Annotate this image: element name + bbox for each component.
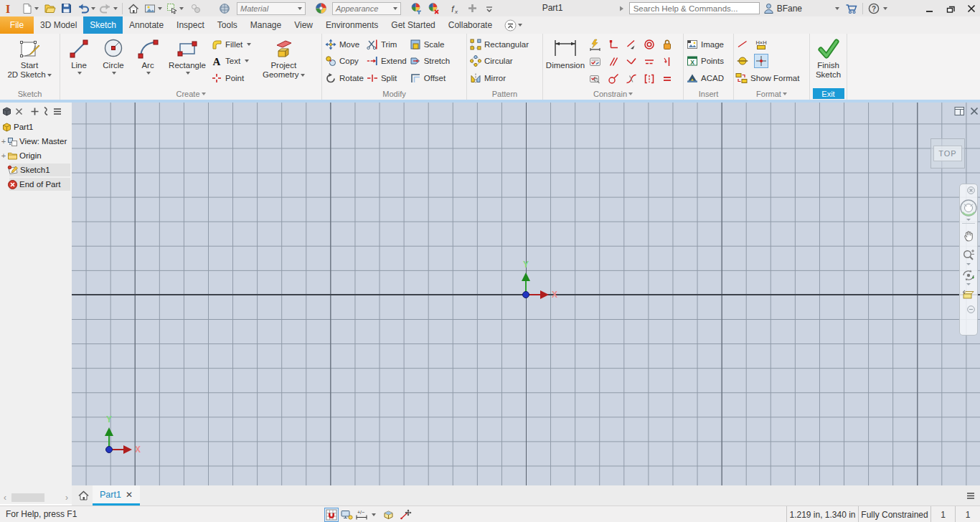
constraint-settings-button[interactable] (586, 53, 604, 70)
browser-node-end-of-part[interactable]: End of Part (0, 177, 72, 191)
close-document-icon[interactable] (969, 106, 979, 116)
split-view-icon[interactable] (954, 106, 965, 116)
ribbon-tab-inspect[interactable]: Inspect (170, 16, 211, 34)
construction-toggle[interactable] (735, 37, 750, 52)
document-tab-part1[interactable]: Part1✕ (93, 485, 140, 506)
tangent-constraint-button[interactable] (622, 36, 640, 53)
finish-sketch-button[interactable]: FinishSketch (811, 34, 845, 89)
view-cube[interactable]: TOP (930, 138, 965, 169)
minimize-button[interactable] (923, 1, 936, 16)
adjust-appearance-button[interactable] (410, 1, 423, 16)
insert-acad-button[interactable]: ACAD (687, 70, 724, 86)
navbar-customize-icon[interactable] (967, 305, 975, 313)
component-opacity-button[interactable] (189, 1, 202, 16)
scale-button[interactable]: Scale (410, 36, 450, 52)
insert-points-button[interactable]: XPoints (687, 53, 724, 70)
close-tab-icon[interactable]: ✕ (126, 490, 133, 500)
customize-quick-access-button[interactable] (483, 1, 496, 16)
screen-settings-toggle[interactable] (341, 509, 353, 521)
split-button[interactable]: Split (367, 70, 407, 86)
stretch-button[interactable]: Stretch (410, 53, 450, 70)
trim-button[interactable]: Trim (367, 36, 407, 52)
render-button[interactable] (144, 1, 162, 16)
centerline-toggle[interactable] (735, 54, 750, 68)
inventor-logo[interactable]: I (1, 1, 14, 16)
arc-button[interactable]: Arc (131, 34, 165, 89)
steering-wheel-icon[interactable] (959, 199, 978, 217)
concentric-constraint-button[interactable] (640, 36, 658, 53)
browser-node-root[interactable]: Part1 (0, 120, 72, 134)
smooth-constraint-button[interactable] (622, 70, 640, 87)
look-at-icon[interactable] (961, 289, 976, 300)
expander-icon[interactable]: + (0, 138, 7, 145)
centerpoint-toggle[interactable] (754, 54, 768, 68)
pan-icon[interactable] (962, 229, 975, 242)
help-button[interactable]: ? (867, 1, 880, 16)
line-button[interactable]: Line (62, 34, 96, 89)
browser-node-origin[interactable]: +Origin (0, 148, 72, 163)
save-button[interactable] (60, 1, 72, 16)
ribbon-tab-annotate[interactable]: Annotate (123, 16, 170, 34)
material-select[interactable]: Material (237, 2, 306, 15)
help-menu-caret[interactable] (883, 7, 887, 10)
ribbon-tab-file[interactable]: File (0, 16, 34, 34)
move-button[interactable]: Move (325, 36, 364, 52)
panel-label-format[interactable]: Format (734, 88, 809, 99)
circle-button[interactable]: Circle (96, 34, 131, 89)
panel-label-constrain[interactable]: Constrain (543, 88, 683, 99)
parameters-button[interactable]: fx (447, 1, 460, 16)
text-button[interactable]: AText (211, 53, 251, 70)
auto-dimension-button[interactable] (586, 36, 604, 53)
perpendicular-constraint-button[interactable] (604, 36, 622, 53)
concentric2-constraint-button[interactable] (604, 70, 622, 87)
browser-add-icon[interactable] (30, 107, 39, 116)
appearance-select[interactable]: Appearance (332, 2, 401, 15)
app-store-cart-button[interactable] (845, 1, 858, 16)
browser-close-icon[interactable] (14, 107, 24, 116)
coincident-constraint-button[interactable] (622, 53, 640, 70)
vertical-constraint-button[interactable] (658, 53, 676, 70)
undo-button[interactable] (77, 1, 95, 16)
browser-node-view-master[interactable]: +View: Master (0, 134, 72, 148)
open-button[interactable] (43, 1, 56, 16)
project-geometry-button[interactable]: ProjectGeometry (260, 34, 307, 89)
add-quick-access-button[interactable] (466, 1, 479, 16)
ribbon-collapse-button[interactable] (504, 16, 522, 34)
tab-list-icon[interactable] (966, 491, 976, 500)
parallel-constraint-button[interactable] (604, 53, 622, 70)
browser-model-icon[interactable] (1, 106, 12, 117)
mirror-button[interactable]: Mirror (470, 70, 529, 86)
appearance-wheel-button[interactable] (314, 1, 327, 16)
rectangular-pattern-button[interactable]: Rectangular (470, 36, 529, 52)
ribbon-tab-environments[interactable]: Environments (319, 16, 385, 34)
material-browser-button[interactable] (218, 1, 231, 16)
dimension-display-toggle[interactable]: +/− (355, 509, 368, 521)
circular-pattern-button[interactable]: Circular (470, 53, 529, 70)
orbit-icon[interactable] (961, 269, 976, 282)
lock-constraint-button[interactable] (658, 36, 676, 53)
move-sketch-toggle[interactable] (400, 509, 412, 521)
equal-constraint-button[interactable] (658, 70, 676, 87)
ribbon-tab-3d-model[interactable]: 3D Model (34, 16, 83, 34)
search-expand-arrow[interactable] (615, 1, 628, 16)
redo-button[interactable] (99, 1, 118, 16)
driven-dimension-toggle[interactable]: H×H (754, 37, 768, 52)
close-button[interactable] (965, 1, 978, 16)
dimension-button[interactable]: Dimension (545, 34, 586, 89)
select-button[interactable] (166, 1, 184, 16)
ribbon-tab-view[interactable]: View (288, 16, 319, 34)
ribbon-tab-manage[interactable]: Manage (244, 16, 288, 34)
ribbon-tab-sketch[interactable]: Sketch (83, 16, 123, 34)
point-button[interactable]: Point (211, 70, 251, 86)
ribbon-tab-tools[interactable]: Tools (211, 16, 244, 34)
expander-icon[interactable]: + (0, 152, 7, 159)
offset-button[interactable]: Offset (410, 70, 450, 86)
copy-button[interactable]: Copy (325, 53, 364, 70)
symmetric-constraint-button[interactable] (640, 70, 658, 87)
clear-appearance-button[interactable] (427, 1, 440, 16)
home-tab-icon[interactable] (77, 490, 90, 501)
rotate-button[interactable]: Rotate (325, 70, 364, 86)
show-constraints-button[interactable] (586, 70, 604, 87)
restore-button[interactable] (944, 1, 957, 16)
show-format-button[interactable]: Show Format (735, 70, 799, 86)
